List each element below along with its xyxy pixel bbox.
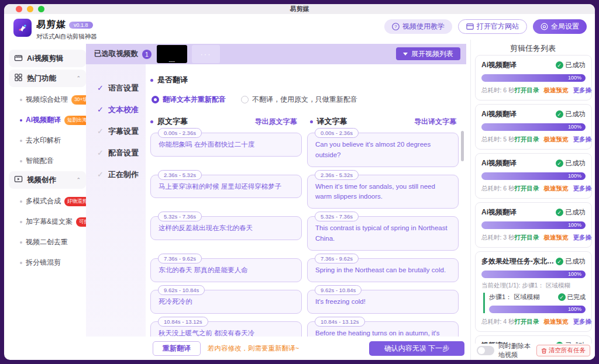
success-check-icon: ✓	[556, 110, 563, 118]
success-check-icon: ✓	[558, 293, 566, 301]
quick-preview-link[interactable]: 极速预览	[544, 185, 569, 193]
step-配音设置[interactable]: ✓配音设置	[86, 142, 146, 164]
more-actions-link[interactable]: 更多操作∨	[573, 136, 592, 144]
task-progress-bar: 100%	[481, 271, 586, 278]
subtitle-text: 你能想象吗 在外面都快过二十度	[159, 140, 294, 150]
subtitle-scrollbar[interactable]	[461, 131, 464, 161]
more-actions-link[interactable]: 更多操作∨	[573, 318, 592, 326]
more-videos-button[interactable]: ···	[192, 45, 220, 63]
task-card-header: Ai视频翻译✓已成功	[481, 158, 586, 168]
radio-no-translate-redub-only[interactable]: 不翻译，使用原文，只做重新配音	[241, 95, 357, 105]
selected-videos-count-badge: 1	[142, 50, 152, 59]
sidebar-item-Ai视频剪辑[interactable]: Ai视频剪辑	[9, 50, 86, 67]
task-progress-value: 100%	[568, 123, 581, 131]
task-status: ✓已成功	[556, 208, 586, 217]
global-settings-button[interactable]: 全局设置	[533, 19, 587, 34]
sidebar-item-视频创作[interactable]: 视频创作⌃	[9, 171, 86, 189]
sidebar-subitem-拆分镜混剪[interactable]: 拆分镜混剪	[8, 252, 87, 273]
subtitle-timestamp: 9.62s - 10.84s	[315, 285, 362, 295]
task-progress-bar: 100%	[481, 123, 586, 131]
open-directory-link[interactable]: 打开目录	[515, 185, 539, 193]
app-logo-icon	[13, 19, 32, 37]
zoom-window-button[interactable]	[38, 6, 44, 12]
substep-status-label: 已完成	[567, 293, 586, 301]
quick-preview-link[interactable]: 极速预览	[544, 86, 569, 95]
tutorial-button[interactable]: ? 视频使用教学	[384, 19, 452, 34]
sidebar-subitem-视频综合处理[interactable]: 视频综合处理30+场景	[8, 89, 87, 110]
confirm-next-step-button[interactable]: 确认内容无误 下一步	[369, 341, 464, 356]
sidebar-subitem-label: 视频综合处理	[26, 95, 68, 105]
export-translated-subtitles-link[interactable]: 导出译文字幕	[414, 117, 456, 127]
task-card: Ai视频翻译✓已成功100%总耗时: 6 秒打开目录极速预览更多操作∨	[475, 153, 592, 199]
expand-video-list-button[interactable]: 展开视频列表	[396, 47, 460, 60]
quick-preview-link[interactable]: 极速预览	[544, 318, 569, 326]
sidebar-subitem-多模式合成[interactable]: 多模式合成好物混剪	[8, 191, 87, 212]
sidebar-subitem-去水印解析[interactable]: 去水印解析	[8, 130, 87, 151]
original-subtitle-cell: 7.36s - 9.62s东北的春天 那真的是能要人命	[150, 254, 302, 282]
task-elapsed-time: 总耗时: 5 秒	[481, 136, 515, 144]
chevron-up-icon: ⌃	[76, 75, 81, 81]
task-elapsed-time: 总耗时: 6 秒	[481, 86, 515, 95]
substep-name: 步骤1： 区域模糊	[489, 293, 558, 301]
more-actions-link[interactable]: 更多操作∨	[573, 86, 592, 95]
task-list-panel: 剪辑任务列表 Ai视频翻译✓已成功100%总耗时: 6 秒打开目录极速预览更多操…	[470, 40, 595, 360]
subtitle-timestamp: 5.32s - 7.36s	[158, 212, 202, 221]
success-check-icon: ✓	[556, 209, 563, 216]
open-directory-link[interactable]: 打开目录	[515, 318, 539, 326]
original-subtitle-cell: 9.62s - 10.84s死冷死冷的	[150, 285, 302, 314]
app-window: 易剪媒 易剪媒 v0.1.8 对话式Ai自动剪辑神器 ? 视频使用教学	[4, 4, 595, 360]
selected-videos-label: 已选取视频数	[94, 49, 138, 59]
step-文本校准[interactable]: ✓文本校准	[86, 99, 146, 120]
sidebar-subitem-视频二创去重[interactable]: 视频二创去重	[8, 232, 87, 252]
quick-preview-link[interactable]: 极速预览	[544, 234, 569, 242]
close-window-button[interactable]	[16, 6, 22, 12]
clapper-icon	[14, 53, 23, 64]
sidebar-subitem-Ai视频翻译[interactable]: Ai视频翻译短剧出海	[8, 110, 87, 130]
minimize-window-button[interactable]	[27, 6, 33, 12]
quick-preview-link[interactable]: 极速预览	[544, 136, 569, 144]
success-check-icon: ✓	[556, 258, 563, 265]
step-语言设置[interactable]: ✓语言设置	[86, 77, 146, 99]
open-directory-link[interactable]: 打开目录	[515, 86, 539, 95]
section-bullet	[150, 120, 153, 123]
substep-progress-value: 100%	[568, 306, 581, 313]
substep-progress-bar: 100%	[489, 306, 586, 313]
task-name: Ai视频翻译	[481, 60, 556, 70]
delete-local-video-toggle[interactable]	[477, 346, 494, 355]
sidebar-subitem-加字幕&提文案[interactable]: 加字幕&提文案可批量	[8, 212, 87, 232]
more-actions-link[interactable]: 更多操作∨	[573, 185, 592, 193]
export-original-subtitles-link[interactable]: 导出原文字幕	[255, 117, 297, 127]
clear-all-tasks-button[interactable]: 清空所有任务	[536, 345, 590, 356]
task-card-header: Ai视频翻译✓已成功	[481, 207, 586, 217]
retranslate-button[interactable]: 重新翻译	[153, 341, 201, 356]
task-card: Ai视频翻译✓已成功100%总耗时: 6 秒打开目录极速预览更多操作∨	[475, 55, 592, 100]
sidebar-item-热门功能[interactable]: 热门功能⌃	[9, 70, 86, 87]
trash-icon	[541, 348, 547, 354]
sidebar-item-label: Ai视频剪辑	[27, 54, 81, 64]
task-status: ✓已成功	[556, 159, 586, 168]
subtitle-timestamp: 2.36s - 5.32s	[158, 170, 202, 180]
task-card: Ai视频翻译✓已成功100%总耗时: 5 秒打开目录极速预览更多操作∨	[475, 104, 592, 150]
step-字幕设置[interactable]: ✓字幕设置	[86, 120, 146, 142]
success-check-icon: ✓	[556, 160, 563, 167]
grid-icon	[14, 73, 23, 84]
main-content: 已选取视频数 1 ▁▁▁ ··· 展开视频列表 ✓语言设置✓文本校准✓字幕设置✓…	[86, 40, 466, 360]
open-directory-link[interactable]: 打开目录	[515, 136, 539, 144]
video-thumbnail[interactable]: ▁▁▁	[157, 45, 187, 63]
original-subtitle-cell: 5.32s - 7.36s这样的反差就出现在东北的春天	[150, 212, 302, 251]
open-directory-link[interactable]: 打开目录	[515, 234, 539, 242]
more-actions-link[interactable]: 更多操作∨	[573, 234, 592, 242]
task-name: Ai视频翻译	[481, 109, 556, 119]
task-links: 总耗时: 3 秒打开目录极速预览更多操作∨	[481, 234, 586, 242]
step-正在制作[interactable]: ✓正在制作	[86, 164, 146, 185]
translated-subtitle-card[interactable]: This contrast is typical of spring in No…	[307, 216, 459, 251]
substep-block: 步骤1： 区域模糊✓已完成100%	[483, 293, 586, 313]
translated-subtitle-cell: 0.00s - 2.36sCan you believe it's almost…	[307, 128, 459, 167]
step-label: 正在制作	[108, 169, 139, 180]
desktop-background: 易剪媒 易剪媒 v0.1.8 对话式Ai自动剪辑神器 ? 视频使用教学	[0, 0, 599, 364]
task-list-title: 剪辑任务列表	[471, 40, 595, 54]
task-status-label: 已成功	[566, 257, 586, 266]
official-website-button[interactable]: 打开官方网站	[458, 19, 527, 34]
sidebar-subitem-智能配音[interactable]: 智能配音	[8, 151, 87, 171]
radio-translate-and-redub[interactable]: 翻译文本并重新配音	[152, 95, 226, 105]
